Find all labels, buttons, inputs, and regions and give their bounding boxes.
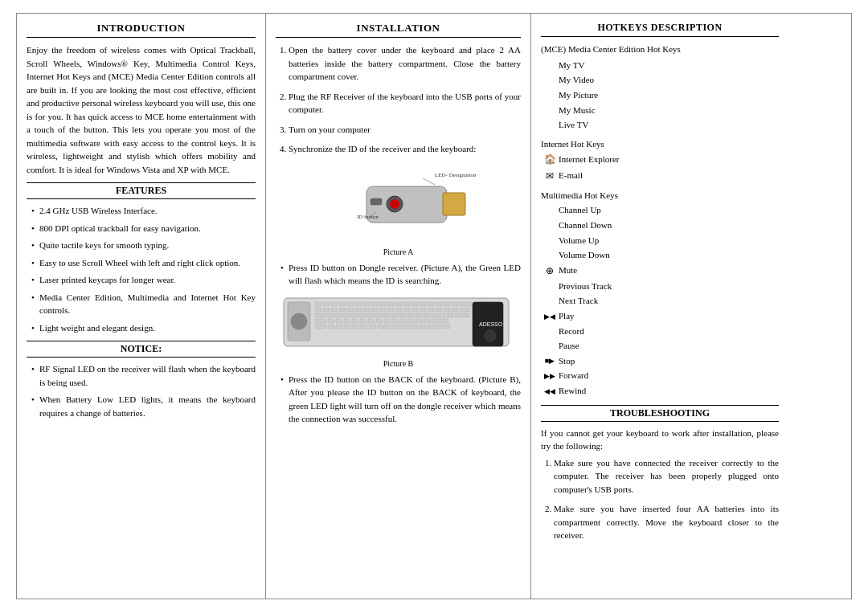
svg-rect-84	[432, 319, 448, 323]
forward-icon: ▶▶	[541, 370, 559, 382]
main-page: Introduction Enjoy the freedom of wirele…	[16, 13, 852, 599]
svg-rect-76	[368, 319, 375, 323]
svg-rect-25	[420, 302, 426, 306]
svg-rect-48	[436, 308, 442, 312]
hotkey-rewind-label: Rewind	[559, 384, 779, 398]
svg-rect-43	[395, 308, 402, 312]
multimedia-label: Multimedia Hot Keys	[541, 189, 779, 202]
svg-rect-87	[336, 325, 376, 329]
svg-rect-53	[326, 313, 333, 317]
column-2: Installation Open the battery cover unde…	[266, 14, 531, 599]
svg-point-11	[291, 313, 307, 329]
keyboard-image: ADESSO	[280, 294, 517, 354]
svg-rect-78	[384, 319, 391, 323]
svg-rect-64	[415, 313, 421, 317]
svg-rect-1	[443, 193, 465, 215]
trouble-list: Make sure you have connected the receive…	[541, 456, 779, 542]
svg-rect-15	[339, 302, 346, 306]
svg-rect-38	[355, 308, 362, 312]
hotkeys-title: Hotkeys Description	[541, 22, 779, 37]
list-item: 800 DPI optical trackball for easy navig…	[31, 222, 256, 235]
picture-b-container: ADESSO	[276, 294, 521, 356]
svg-text:ADESSO: ADESSO	[479, 321, 503, 327]
svg-rect-41	[379, 308, 386, 312]
svg-rect-72	[336, 319, 342, 323]
picture-a-container: LED- Designation ID button	[276, 162, 521, 244]
hotkey-stop-label: Stop	[559, 354, 779, 369]
list-item: Light weight and elegant design.	[31, 321, 256, 335]
svg-rect-56	[350, 313, 357, 317]
list-item: My TV	[559, 58, 779, 73]
svg-rect-27	[436, 302, 442, 306]
list-item: Turn on your computer	[289, 123, 521, 137]
svg-point-95	[485, 330, 496, 341]
internet-explorer-icon: 🏠	[541, 152, 559, 167]
hotkey-email-label: E-mail	[559, 169, 779, 183]
hotkey-row-mute: ⊕ Mute	[541, 264, 779, 279]
svg-rect-51	[460, 308, 469, 312]
hotkey-row-stop: ■▶ Stop	[541, 354, 779, 369]
troubleshooting-title: Troubleshooting	[541, 405, 779, 422]
svg-rect-21	[387, 302, 394, 306]
svg-rect-12	[315, 302, 321, 306]
svg-rect-46	[420, 308, 426, 312]
svg-rect-63	[407, 313, 413, 317]
list-item: Press the ID button on the BACK of the k…	[280, 373, 521, 426]
play-icon: ▶◀	[541, 311, 559, 322]
svg-rect-36	[339, 308, 346, 312]
svg-rect-80	[400, 319, 407, 323]
svg-rect-34	[323, 308, 330, 312]
svg-rect-75	[360, 319, 366, 323]
svg-rect-42	[387, 308, 394, 312]
svg-rect-66	[431, 313, 437, 317]
keyboard-instructions: Press the ID button on the BACK of the k…	[276, 373, 521, 426]
stop-icon: ■▶	[541, 355, 559, 366]
hotkey-ch-up-label: Channel Up	[559, 203, 779, 218]
hotkey-row-ch-down: Channel Down	[541, 219, 779, 233]
hotkey-row-rewind: ◀◀ Rewind	[541, 384, 779, 398]
svg-rect-47	[428, 308, 434, 312]
mce-label: (MCE) Media Center Edition Hot Keys	[541, 43, 779, 56]
hotkey-row-play: ▶◀ Play	[541, 309, 779, 324]
intro-title: Introduction	[27, 22, 256, 38]
svg-rect-17	[355, 302, 362, 306]
email-icon: ✉	[541, 169, 559, 184]
svg-rect-90	[428, 325, 434, 329]
svg-rect-13	[323, 302, 330, 306]
svg-rect-69	[455, 313, 469, 317]
install-steps: Open the battery cover under the keyboar…	[276, 43, 521, 156]
svg-rect-74	[352, 319, 358, 323]
hotkey-row-pause: Pause	[541, 339, 779, 353]
notice-title: Notice:	[27, 341, 256, 358]
svg-rect-37	[347, 308, 354, 312]
svg-rect-58	[366, 313, 373, 317]
hotkey-row-next-track: Next Track	[541, 294, 779, 309]
svg-rect-71	[328, 319, 334, 323]
list-item: My Video	[559, 72, 779, 88]
hotkey-ie-label: Internet Explorer	[559, 153, 779, 167]
svg-rect-91	[436, 325, 442, 329]
picture-a-label: Picture A	[276, 247, 521, 256]
hotkey-row-ie: 🏠 Internet Explorer	[541, 152, 779, 167]
multimedia-section: Multimedia Hot Keys Channel Up Channel D…	[541, 189, 779, 398]
hotkey-row-record: Record	[541, 325, 779, 339]
list-item: Make sure you have connected the receive…	[554, 456, 779, 497]
svg-text:ID button: ID button	[357, 214, 379, 220]
mute-icon: ⊕	[541, 264, 559, 279]
intro-text: Enjoy the freedom of wireless comes with…	[27, 43, 256, 176]
hotkey-row-prev-track: Previous Track	[541, 280, 779, 294]
list-item: Live TV	[559, 117, 779, 133]
svg-point-3	[390, 199, 399, 209]
hotkey-vol-down-label: Volume Down	[559, 248, 779, 263]
hotkey-mute-label: Mute	[559, 264, 779, 278]
hotkey-next-track-label: Next Track	[559, 294, 779, 309]
internet-section: Internet Hot Keys 🏠 Internet Explorer ✉ …	[541, 137, 779, 184]
svg-rect-73	[344, 319, 350, 323]
list-item: Laser printed keycaps for longer wear.	[31, 273, 256, 287]
features-list: 2.4 GHz USB Wireless Interface. 800 DPI …	[27, 204, 256, 334]
svg-rect-23	[403, 302, 410, 306]
svg-rect-4	[371, 198, 382, 205]
dongle-instructions: Press ID button on Dongle receiver. (Pic…	[276, 261, 521, 288]
hotkey-row-forward: ▶▶ Forward	[541, 369, 779, 383]
hotkey-prev-track-label: Previous Track	[559, 280, 779, 294]
